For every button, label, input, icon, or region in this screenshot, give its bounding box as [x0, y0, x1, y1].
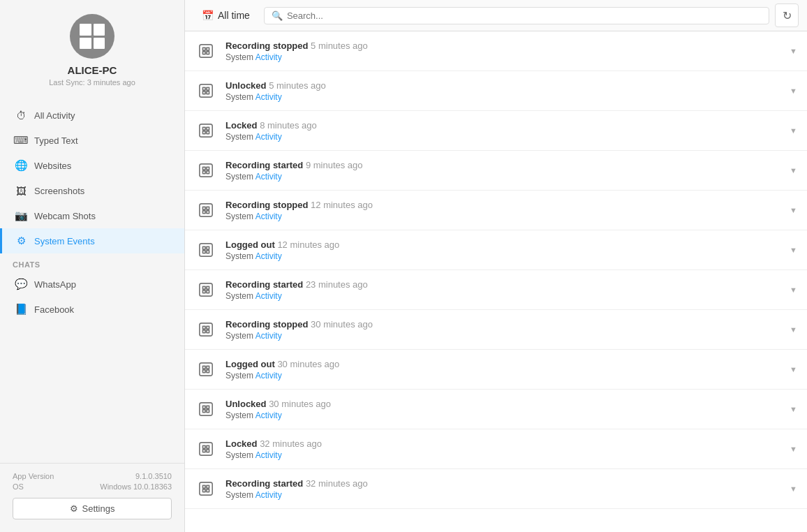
event-time: 30 minutes ago	[277, 359, 339, 369]
svg-rect-42	[207, 366, 209, 369]
table-row[interactable]: Unlocked 30 minutes ago System Activity …	[185, 390, 807, 429]
svg-rect-59	[207, 489, 209, 492]
table-row[interactable]: Logged out 30 minutes ago System Activit…	[185, 350, 807, 390]
event-name: Unlocked	[225, 80, 267, 91]
table-row[interactable]: Recording stopped 5 minutes ago System A…	[185, 31, 807, 71]
activity-type-link[interactable]: Activity	[256, 371, 282, 380]
svg-rect-25	[200, 244, 212, 256]
sidebar-item-label: WhatsApp	[34, 279, 76, 290]
svg-rect-0	[200, 45, 212, 57]
sidebar-item-whatsapp[interactable]: 💬 WhatsApp	[0, 272, 184, 297]
activity-subtitle: System Activity	[225, 212, 781, 221]
svg-rect-20	[200, 204, 212, 216]
activity-type-link[interactable]: Activity	[256, 172, 282, 182]
facebook-icon: 📘	[15, 303, 27, 316]
app-version-value: 9.1.0.3510	[135, 472, 172, 480]
app-version-label: App Version	[13, 472, 54, 480]
table-row[interactable]: Unlocked 5 minutes ago System Activity ▼	[185, 71, 807, 111]
svg-rect-13	[202, 131, 205, 134]
sidebar-item-typed-text[interactable]: ⌨ Typed Text	[0, 128, 184, 153]
activity-type-link[interactable]: Activity	[256, 212, 282, 221]
system-event-icon	[195, 398, 217, 420]
source-label: System	[225, 450, 253, 460]
source-label: System	[225, 212, 253, 221]
activity-subtitle: System Activity	[225, 251, 781, 261]
activity-subtitle: System Activity	[225, 291, 781, 301]
table-row[interactable]: Recording started 9 minutes ago System A…	[185, 151, 807, 191]
activity-type-link[interactable]: Activity	[256, 291, 282, 301]
system-event-icon	[195, 318, 217, 341]
source-label: System	[225, 92, 253, 102]
all-activity-icon: ⏱	[15, 109, 27, 121]
chevron-down-icon: ▼	[790, 325, 797, 334]
search-wrapper: 🔍	[264, 7, 769, 24]
event-time: 30 minutes ago	[269, 399, 331, 409]
svg-rect-18	[202, 171, 205, 174]
activity-type-link[interactable]: Activity	[256, 331, 282, 341]
table-row[interactable]: Locked 32 minutes ago System Activity ▼	[185, 429, 807, 469]
chevron-down-icon: ▼	[790, 485, 797, 493]
last-sync: Last Sync: 3 minutes ago	[49, 78, 135, 87]
activity-content: Recording stopped 12 minutes ago System …	[225, 200, 781, 221]
settings-button[interactable]: ⚙ Settings	[13, 498, 172, 519]
activity-subtitle: System Activity	[225, 371, 781, 380]
table-row[interactable]: Recording started 23 minutes ago System …	[185, 270, 807, 310]
chevron-down-icon: ▼	[790, 445, 797, 453]
activity-type-link[interactable]: Activity	[256, 490, 282, 500]
sidebar-item-system-events[interactable]: ⚙ System Events	[0, 228, 184, 253]
svg-rect-50	[200, 443, 212, 455]
activity-type-link[interactable]: Activity	[256, 251, 282, 261]
event-time: 5 minutes ago	[269, 80, 326, 91]
activity-content: Unlocked 5 minutes ago System Activity	[225, 80, 781, 102]
filter-button[interactable]: 📅 All time	[193, 6, 258, 24]
svg-rect-44	[207, 370, 209, 373]
refresh-button[interactable]: ↻	[775, 3, 799, 27]
activity-subtitle: System Activity	[225, 411, 781, 420]
search-input[interactable]	[287, 10, 762, 21]
activity-type-link[interactable]: Activity	[256, 52, 282, 62]
activity-type-link[interactable]: Activity	[256, 411, 282, 420]
sidebar-header: ALICE-PC Last Sync: 3 minutes ago	[0, 0, 184, 97]
activity-type-link[interactable]: Activity	[256, 450, 282, 460]
sidebar-item-facebook[interactable]: 📘 Facebook	[0, 297, 184, 322]
event-name: Recording stopped	[225, 200, 308, 210]
activity-type-link[interactable]: Activity	[256, 132, 282, 142]
table-row[interactable]: Locked 8 minutes ago System Activity ▼	[185, 111, 807, 151]
event-time: 32 minutes ago	[306, 478, 368, 489]
table-row[interactable]: Recording stopped 12 minutes ago System …	[185, 191, 807, 230]
activity-title: Locked 32 minutes ago	[225, 438, 781, 449]
sidebar-item-all-activity[interactable]: ⏱ All Activity	[0, 103, 184, 128]
table-row[interactable]: Logged out 12 minutes ago System Activit…	[185, 230, 807, 270]
chevron-down-icon: ▼	[790, 286, 797, 294]
sidebar-item-screenshots[interactable]: 🖼 Screenshots	[0, 178, 184, 203]
svg-rect-36	[202, 326, 205, 329]
chevron-down-icon: ▼	[790, 206, 797, 214]
svg-rect-38	[202, 330, 205, 333]
svg-rect-26	[202, 246, 205, 249]
activity-content: Unlocked 30 minutes ago System Activity	[225, 399, 781, 420]
system-event-icon	[195, 80, 217, 102]
svg-rect-29	[207, 251, 209, 253]
activity-title: Recording started 32 minutes ago	[225, 478, 781, 489]
version-row: App Version 9.1.0.3510	[13, 472, 172, 480]
sidebar-item-label: Typed Text	[34, 135, 78, 146]
svg-rect-57	[207, 485, 209, 488]
sidebar-footer: App Version 9.1.0.3510 OS Windows 10.0.1…	[0, 463, 184, 532]
activity-type-link[interactable]: Activity	[256, 92, 282, 102]
table-row[interactable]: Recording stopped 30 minutes ago System …	[185, 310, 807, 350]
svg-rect-54	[207, 450, 209, 452]
activity-subtitle: System Activity	[225, 172, 781, 182]
screenshots-icon: 🖼	[15, 184, 27, 197]
svg-rect-37	[207, 326, 209, 329]
svg-rect-4	[207, 52, 209, 54]
svg-rect-17	[207, 167, 209, 170]
event-name: Locked	[225, 120, 258, 131]
sidebar-nav: ⏱ All Activity ⌨ Typed Text 🌐 Websites 🖼…	[0, 97, 184, 463]
sidebar-item-websites[interactable]: 🌐 Websites	[0, 153, 184, 178]
chevron-down-icon: ▼	[790, 166, 797, 175]
svg-rect-21	[202, 207, 205, 209]
activity-title: Unlocked 30 minutes ago	[225, 399, 781, 409]
sidebar-item-webcam-shots[interactable]: 📷 Webcam Shots	[0, 203, 184, 228]
table-row[interactable]: Recording started 32 minutes ago System …	[185, 469, 807, 509]
typed-text-icon: ⌨	[15, 134, 27, 147]
